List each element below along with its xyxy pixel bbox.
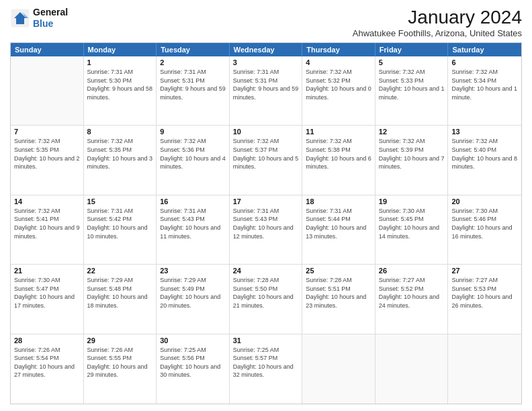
day-info: Sunrise: 7:32 AMSunset: 5:32 PMDaylight:… — [306, 68, 371, 101]
day-number: 13 — [451, 128, 518, 136]
logo-text: General Blue — [33, 7, 68, 30]
day-cell-31: 31Sunrise: 7:25 AMSunset: 5:57 PMDayligh… — [230, 334, 303, 404]
day-info: Sunrise: 7:31 AMSunset: 5:44 PMDaylight:… — [306, 207, 371, 240]
day-number: 15 — [87, 197, 153, 205]
day-cell-28: 28Sunrise: 7:26 AMSunset: 5:54 PMDayligh… — [11, 334, 84, 404]
day-number: 29 — [87, 336, 153, 345]
day-number: 19 — [379, 197, 445, 205]
day-cell-21: 21Sunrise: 7:30 AMSunset: 5:47 PMDayligh… — [11, 265, 84, 333]
day-cell-8: 8Sunrise: 7:32 AMSunset: 5:35 PMDaylight… — [84, 126, 157, 194]
day-cell-11: 11Sunrise: 7:32 AMSunset: 5:38 PMDayligh… — [302, 126, 375, 194]
day-number: 28 — [14, 336, 80, 345]
empty-cell — [302, 334, 375, 404]
day-cell-3: 3Sunrise: 7:31 AMSunset: 5:31 PMDaylight… — [230, 56, 303, 125]
day-cell-27: 27Sunrise: 7:27 AMSunset: 5:53 PMDayligh… — [448, 265, 521, 333]
header-day-thursday: Thursday — [302, 43, 375, 56]
day-number: 12 — [379, 128, 445, 136]
day-number: 25 — [306, 267, 371, 275]
month-title: January 2024 — [353, 7, 522, 28]
header-day-saturday: Saturday — [448, 43, 521, 56]
day-info: Sunrise: 7:26 AMSunset: 5:54 PMDaylight:… — [14, 346, 80, 379]
logo-general: General — [33, 7, 68, 18]
day-cell-20: 20Sunrise: 7:30 AMSunset: 5:46 PMDayligh… — [448, 195, 521, 264]
day-cell-4: 4Sunrise: 7:32 AMSunset: 5:32 PMDaylight… — [302, 56, 375, 125]
day-info: Sunrise: 7:28 AMSunset: 5:50 PMDaylight:… — [233, 276, 299, 310]
day-cell-7: 7Sunrise: 7:32 AMSunset: 5:35 PMDaylight… — [11, 126, 84, 194]
day-number: 6 — [451, 58, 518, 66]
day-info: Sunrise: 7:32 AMSunset: 5:41 PMDaylight:… — [14, 207, 80, 240]
day-cell-23: 23Sunrise: 7:29 AMSunset: 5:49 PMDayligh… — [157, 265, 230, 333]
calendar: SundayMondayTuesdayWednesdayThursdayFrid… — [10, 42, 522, 404]
header-day-tuesday: Tuesday — [157, 43, 230, 56]
day-number: 20 — [451, 197, 518, 205]
day-cell-25: 25Sunrise: 7:28 AMSunset: 5:51 PMDayligh… — [302, 265, 375, 333]
logo-icon — [10, 8, 30, 28]
day-cell-12: 12Sunrise: 7:32 AMSunset: 5:39 PMDayligh… — [375, 126, 449, 194]
day-info: Sunrise: 7:31 AMSunset: 5:43 PMDaylight:… — [233, 207, 299, 240]
day-number: 9 — [160, 128, 226, 136]
day-cell-5: 5Sunrise: 7:32 AMSunset: 5:33 PMDaylight… — [375, 56, 449, 125]
day-number: 27 — [451, 267, 518, 275]
day-info: Sunrise: 7:32 AMSunset: 5:35 PMDaylight:… — [87, 137, 153, 171]
day-info: Sunrise: 7:28 AMSunset: 5:51 PMDaylight:… — [306, 276, 371, 310]
day-cell-15: 15Sunrise: 7:31 AMSunset: 5:42 PMDayligh… — [84, 195, 157, 264]
day-number: 8 — [87, 128, 153, 136]
day-info: Sunrise: 7:27 AMSunset: 5:52 PMDaylight:… — [379, 276, 445, 310]
day-info: Sunrise: 7:32 AMSunset: 5:34 PMDaylight:… — [451, 68, 518, 101]
header-day-friday: Friday — [375, 43, 449, 56]
day-cell-22: 22Sunrise: 7:29 AMSunset: 5:48 PMDayligh… — [84, 265, 157, 333]
day-info: Sunrise: 7:32 AMSunset: 5:38 PMDaylight:… — [306, 137, 371, 171]
week-row-4: 21Sunrise: 7:30 AMSunset: 5:47 PMDayligh… — [11, 265, 521, 334]
logo: General Blue — [10, 7, 68, 30]
day-info: Sunrise: 7:32 AMSunset: 5:33 PMDaylight:… — [379, 68, 445, 101]
day-number: 1 — [87, 58, 153, 66]
day-number: 3 — [233, 58, 299, 66]
logo-blue: Blue — [33, 18, 68, 30]
day-cell-30: 30Sunrise: 7:25 AMSunset: 5:56 PMDayligh… — [157, 334, 230, 404]
day-info: Sunrise: 7:30 AMSunset: 5:45 PMDaylight:… — [379, 207, 445, 240]
day-number: 11 — [306, 128, 371, 136]
day-number: 10 — [233, 128, 299, 136]
calendar-header: SundayMondayTuesdayWednesdayThursdayFrid… — [11, 43, 521, 56]
day-info: Sunrise: 7:32 AMSunset: 5:39 PMDaylight:… — [379, 137, 445, 171]
empty-cell — [11, 56, 84, 125]
day-number: 30 — [160, 336, 226, 345]
day-cell-26: 26Sunrise: 7:27 AMSunset: 5:52 PMDayligh… — [375, 265, 449, 333]
day-info: Sunrise: 7:30 AMSunset: 5:46 PMDaylight:… — [451, 207, 518, 240]
day-number: 21 — [14, 267, 80, 275]
day-cell-2: 2Sunrise: 7:31 AMSunset: 5:31 PMDaylight… — [157, 56, 230, 125]
week-row-3: 14Sunrise: 7:32 AMSunset: 5:41 PMDayligh… — [11, 195, 521, 265]
day-info: Sunrise: 7:32 AMSunset: 5:37 PMDaylight:… — [233, 137, 299, 171]
day-info: Sunrise: 7:26 AMSunset: 5:55 PMDaylight:… — [87, 346, 153, 379]
day-info: Sunrise: 7:27 AMSunset: 5:53 PMDaylight:… — [451, 276, 518, 310]
day-cell-6: 6Sunrise: 7:32 AMSunset: 5:34 PMDaylight… — [448, 56, 521, 125]
day-info: Sunrise: 7:25 AMSunset: 5:56 PMDaylight:… — [160, 346, 226, 379]
day-info: Sunrise: 7:31 AMSunset: 5:43 PMDaylight:… — [160, 207, 226, 240]
day-number: 24 — [233, 267, 299, 275]
day-info: Sunrise: 7:32 AMSunset: 5:36 PMDaylight:… — [160, 137, 226, 171]
header-day-sunday: Sunday — [11, 43, 84, 56]
day-info: Sunrise: 7:29 AMSunset: 5:48 PMDaylight:… — [87, 276, 153, 310]
day-info: Sunrise: 7:30 AMSunset: 5:47 PMDaylight:… — [14, 276, 80, 310]
day-cell-13: 13Sunrise: 7:32 AMSunset: 5:40 PMDayligh… — [448, 126, 521, 194]
day-info: Sunrise: 7:31 AMSunset: 5:31 PMDaylight:… — [233, 68, 299, 101]
day-number: 22 — [87, 267, 153, 275]
day-cell-19: 19Sunrise: 7:30 AMSunset: 5:45 PMDayligh… — [375, 195, 449, 264]
day-number: 18 — [306, 197, 371, 205]
header: General Blue January 2024 Ahwatukee Foot… — [10, 7, 522, 38]
day-number: 5 — [379, 58, 445, 66]
day-number: 7 — [14, 128, 80, 136]
location: Ahwatukee Foothills, Arizona, United Sta… — [353, 28, 522, 38]
day-info: Sunrise: 7:31 AMSunset: 5:31 PMDaylight:… — [160, 68, 226, 101]
day-number: 23 — [160, 267, 226, 275]
day-cell-9: 9Sunrise: 7:32 AMSunset: 5:36 PMDaylight… — [157, 126, 230, 194]
day-info: Sunrise: 7:32 AMSunset: 5:40 PMDaylight:… — [451, 137, 518, 171]
day-cell-14: 14Sunrise: 7:32 AMSunset: 5:41 PMDayligh… — [11, 195, 84, 264]
week-row-2: 7Sunrise: 7:32 AMSunset: 5:35 PMDaylight… — [11, 126, 521, 195]
day-number: 14 — [14, 197, 80, 205]
day-cell-10: 10Sunrise: 7:32 AMSunset: 5:37 PMDayligh… — [230, 126, 303, 194]
page: General Blue January 2024 Ahwatukee Foot… — [0, 0, 532, 411]
day-number: 26 — [379, 267, 445, 275]
day-number: 2 — [160, 58, 226, 66]
day-info: Sunrise: 7:29 AMSunset: 5:49 PMDaylight:… — [160, 276, 226, 310]
